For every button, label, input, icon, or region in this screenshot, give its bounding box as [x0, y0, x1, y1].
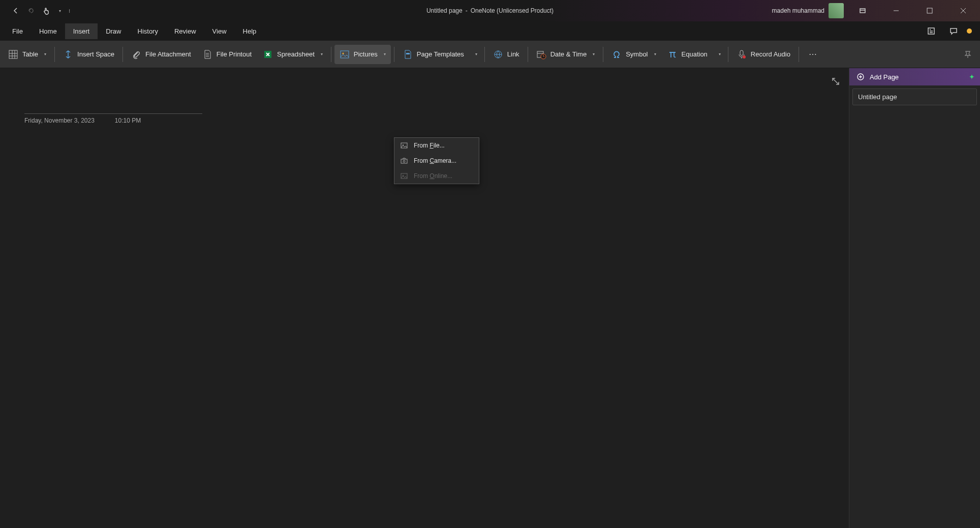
- pin-icon: [964, 50, 972, 58]
- qat-customize-button[interactable]: ⁞: [65, 4, 73, 17]
- svg-rect-7: [9, 50, 17, 58]
- title-bar-right: madeh muhammad: [772, 0, 980, 21]
- ribbon: Table ▾ Insert Space File Attachment Fil…: [0, 41, 980, 68]
- app-name: OneNote (Unlicensed Product): [471, 7, 554, 14]
- date-time-button[interactable]: Date & Time ▾: [531, 45, 600, 64]
- from-online-label: From Online...: [414, 172, 452, 180]
- insert-space-label: Insert Space: [77, 50, 114, 58]
- pi-icon: [667, 49, 678, 60]
- svg-point-25: [403, 160, 405, 162]
- chevron-down-icon: ▾: [593, 52, 595, 56]
- spreadsheet-label: Spreadsheet: [277, 50, 315, 58]
- menu-view[interactable]: View: [204, 23, 235, 39]
- touch-mode-button[interactable]: [40, 4, 53, 17]
- star-icon: ✦: [969, 73, 975, 81]
- chevron-down-icon: ▾: [44, 52, 46, 56]
- ribbon-separator: [728, 47, 728, 62]
- quick-access-toolbar: ▾ ⁞: [0, 4, 73, 17]
- svg-rect-26: [401, 173, 407, 179]
- table-icon: [8, 49, 18, 60]
- chevron-down-icon: ▾: [384, 52, 386, 56]
- microphone-icon: [737, 49, 747, 60]
- notification-dot[interactable]: [967, 28, 972, 34]
- pictures-button[interactable]: Pictures ▾: [334, 45, 391, 64]
- plus-circle-icon: [856, 73, 865, 81]
- equation-dropdown[interactable]: ▾: [713, 45, 725, 64]
- record-audio-button[interactable]: Record Audio: [731, 45, 795, 64]
- close-icon: [960, 8, 966, 14]
- page-date-time: Friday, November 3, 2023 10:10 PM: [24, 117, 202, 124]
- title-bar: ▾ ⁞ Untitled page - OneNote (Unlicensed …: [0, 0, 980, 21]
- ribbon-separator: [122, 47, 123, 62]
- svg-rect-0: [860, 9, 865, 13]
- fullscreen-button[interactable]: [829, 74, 843, 89]
- undo-icon: [27, 7, 35, 15]
- insert-space-icon: [63, 49, 73, 60]
- touch-mode-dropdown[interactable]: ▾: [55, 4, 63, 17]
- table-button[interactable]: Table ▾: [3, 45, 51, 64]
- page-time: 10:10 PM: [115, 117, 141, 124]
- equation-button[interactable]: Equation: [662, 45, 713, 64]
- meeting-notes-button[interactable]: [922, 23, 940, 39]
- ribbon-separator: [484, 47, 485, 62]
- add-page-label: Add Page: [870, 73, 899, 81]
- menu-history[interactable]: History: [130, 23, 166, 39]
- menu-insert[interactable]: Insert: [65, 23, 98, 39]
- back-button[interactable]: [9, 4, 22, 17]
- menu-home[interactable]: Home: [31, 23, 65, 39]
- user-name: madeh muhammad: [772, 7, 824, 14]
- avatar[interactable]: [829, 3, 844, 18]
- expand-icon: [831, 77, 840, 86]
- add-page-button[interactable]: Add Page ✦: [849, 68, 980, 85]
- spreadsheet-button[interactable]: Spreadsheet ▾: [258, 45, 328, 64]
- from-camera-item[interactable]: From Camera...: [394, 153, 479, 168]
- page-list-item[interactable]: Untitled page: [852, 89, 977, 105]
- undo-button[interactable]: [24, 4, 38, 17]
- from-file-label: From File...: [414, 142, 445, 149]
- page-templates-button[interactable]: Page Templates: [397, 45, 469, 64]
- ribbon-separator: [394, 47, 394, 62]
- maximize-button[interactable]: [915, 0, 944, 21]
- menu-file[interactable]: File: [4, 23, 31, 39]
- link-button[interactable]: Link: [488, 45, 525, 64]
- customize-icon: ⁞: [69, 8, 70, 14]
- equation-split-button: Equation ▾: [662, 45, 725, 64]
- record-audio-label: Record Audio: [751, 50, 790, 58]
- page-header: Friday, November 3, 2023 10:10 PM: [24, 94, 202, 124]
- link-icon: [493, 49, 503, 60]
- omega-icon: [611, 49, 622, 60]
- file-printout-icon: [202, 49, 212, 60]
- link-label: Link: [507, 50, 519, 58]
- page-templates-icon: [403, 49, 413, 60]
- chevron-down-icon: ▾: [475, 52, 477, 56]
- paperclip-icon: [131, 49, 141, 60]
- symbol-label: Symbol: [626, 50, 648, 58]
- file-printout-label: File Printout: [217, 50, 252, 58]
- maximize-icon: [927, 8, 933, 14]
- minimize-button[interactable]: [881, 0, 911, 21]
- svg-rect-15: [406, 53, 410, 54]
- symbol-button[interactable]: Symbol ▾: [606, 45, 661, 64]
- ribbon-separator: [331, 47, 331, 62]
- pages-panel: Add Page ✦ Untitled page: [849, 68, 980, 528]
- ribbon-display-button[interactable]: [848, 0, 877, 21]
- page-templates-label: Page Templates: [417, 50, 464, 58]
- from-online-item: From Online...: [394, 168, 479, 184]
- pictures-dropdown-menu: From File... From Camera... From Online.…: [394, 137, 479, 184]
- file-printout-button[interactable]: File Printout: [197, 45, 257, 64]
- ribbon-pin-button[interactable]: [962, 48, 974, 61]
- page-templates-dropdown[interactable]: ▾: [469, 45, 481, 64]
- close-button[interactable]: [948, 0, 978, 21]
- insert-space-button[interactable]: Insert Space: [58, 45, 119, 64]
- menu-review[interactable]: Review: [166, 23, 204, 39]
- file-attachment-button[interactable]: File Attachment: [126, 45, 196, 64]
- ribbon-more-button[interactable]: ⋯: [804, 45, 822, 64]
- menu-draw[interactable]: Draw: [98, 23, 129, 39]
- menu-help[interactable]: Help: [235, 23, 265, 39]
- feedback-button[interactable]: [944, 23, 963, 39]
- picture-file-icon: [400, 141, 409, 150]
- page-title-input[interactable]: [24, 94, 202, 114]
- from-camera-label: From Camera...: [414, 157, 456, 164]
- svg-rect-24: [401, 159, 407, 163]
- from-file-item[interactable]: From File...: [394, 138, 479, 153]
